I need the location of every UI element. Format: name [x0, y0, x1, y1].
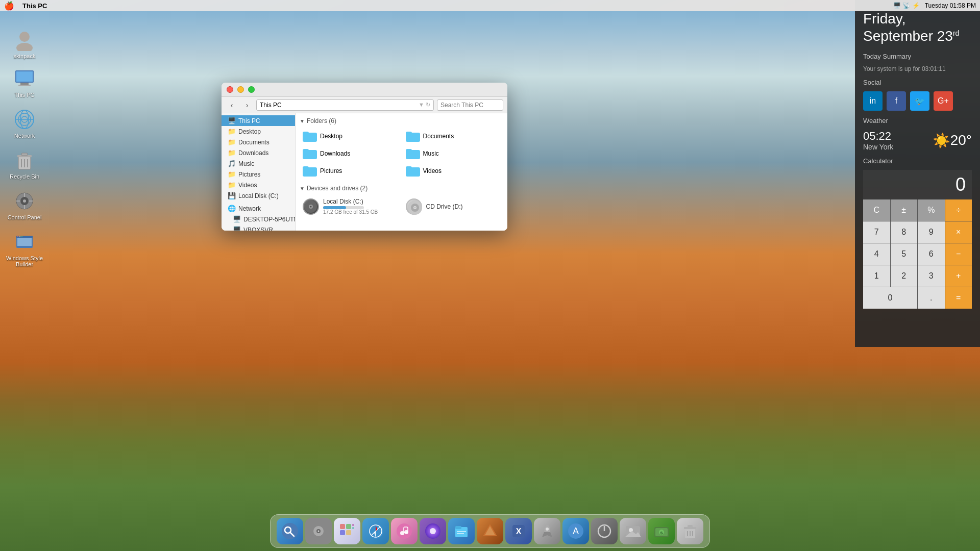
svg-point-29 — [21, 236, 22, 237]
folder-music[interactable]: Music — [403, 146, 504, 161]
calc-dot-button[interactable]: . — [918, 287, 945, 309]
calc-3-button[interactable]: 3 — [918, 265, 945, 287]
calc-divide-button[interactable]: ÷ — [945, 199, 972, 221]
folder-desktop[interactable]: Desktop — [300, 129, 401, 144]
skinpack-label: skinpack — [14, 53, 36, 59]
folder-videos-icon — [406, 165, 420, 177]
calc-6-button[interactable]: 6 — [918, 243, 945, 265]
sidebar-item-localdisk[interactable]: 💾 Local Disk (C:) — [222, 190, 295, 201]
folder-videos[interactable]: Videos — [403, 163, 504, 179]
videos-sidebar-icon: 📁 — [228, 181, 236, 189]
folder-documents-icon — [406, 131, 420, 142]
sidebar-music-label: Music — [238, 160, 254, 167]
dock-itunes[interactable] — [391, 518, 418, 544]
sidebar-item-network[interactable]: 🌐 Network — [222, 203, 295, 214]
music-sidebar-icon: 🎵 — [228, 160, 236, 167]
folder-pictures[interactable]: Pictures — [300, 163, 401, 179]
calc-clear-button[interactable]: C — [863, 199, 890, 221]
desktop-icon-wsb[interactable]: Windows Style Builder — [4, 230, 45, 267]
address-bar[interactable]: This PC ▼ ↻ — [256, 99, 434, 111]
sidebar-item-thispc[interactable]: 🖥️ This PC — [222, 115, 295, 126]
sidebar-desktop-label: Desktop — [238, 128, 261, 135]
sidebar-item-vboxsvr[interactable]: 🖥️ VBOXSVR — [222, 224, 295, 231]
explorer-titlebar — [222, 83, 507, 97]
calc-minus-button[interactable]: − — [945, 243, 972, 265]
facebook-button[interactable]: f — [887, 91, 906, 111]
nav-forward-button[interactable]: › — [241, 99, 253, 111]
folder-pictures-icon — [303, 165, 317, 177]
svg-text:A: A — [573, 526, 579, 536]
sidebar-item-videos[interactable]: 📁 Videos — [222, 180, 295, 190]
sidebar-item-desktop[interactable]: 📁 Desktop — [222, 126, 295, 137]
dock-photos[interactable] — [620, 518, 646, 544]
linkedin-button[interactable]: in — [863, 91, 883, 111]
wsb-label: Windows Style Builder — [4, 255, 45, 267]
sidebar-vboxsvr-label: VBOXSVR — [243, 227, 273, 231]
calc-4-button[interactable]: 4 — [863, 243, 890, 265]
twitter-button[interactable]: 🐦 — [910, 91, 929, 111]
dock-system-prefs[interactable] — [305, 518, 332, 544]
dock-macos[interactable] — [477, 518, 503, 544]
desktop-icon-recycle-bin[interactable]: Recycle Bin — [4, 148, 45, 180]
sidebar-documents-label: Documents — [238, 139, 270, 146]
desktop-icon-network[interactable]: Network — [4, 107, 45, 139]
desktop-sidebar-icon: 📁 — [228, 128, 236, 135]
calc-1-button[interactable]: 1 — [863, 265, 890, 287]
desktop-icon-thispc[interactable]: This PC — [4, 66, 45, 98]
dock-siri[interactable] — [420, 518, 446, 544]
window-minimize-button[interactable] — [237, 86, 244, 93]
calc-plus-button[interactable]: + — [945, 265, 972, 287]
window-maximize-button[interactable] — [248, 86, 255, 93]
sidebar-item-pictures[interactable]: 📁 Pictures — [222, 169, 295, 180]
desktop-icon-skinpack[interactable]: skinpack — [4, 28, 45, 59]
search-input[interactable] — [437, 99, 503, 111]
calc-8-button[interactable]: 8 — [891, 221, 918, 243]
dock-files[interactable] — [448, 518, 475, 544]
dock-launchpad[interactable] — [334, 518, 360, 544]
calc-plus-minus-button[interactable]: ± — [891, 199, 918, 221]
calc-5-button[interactable]: 5 — [891, 243, 918, 265]
drive-cd-d[interactable]: CD Drive (D:) — [403, 196, 504, 217]
calc-9-button[interactable]: 9 — [918, 221, 945, 243]
calc-0-button[interactable]: 0 — [863, 287, 917, 309]
folder-documents[interactable]: Documents — [403, 129, 504, 144]
drive-local-c[interactable]: Local Disk (C:) 17.2 GB free of 31.5 GB — [300, 196, 401, 217]
svg-point-28 — [19, 236, 20, 237]
dock-power[interactable] — [591, 518, 618, 544]
uptime-text: Your system is up for 03:01:11 — [863, 65, 972, 72]
sidebar-item-music[interactable]: 🎵 Music — [222, 158, 295, 169]
dock-safari[interactable] — [362, 518, 389, 544]
calc-7-button[interactable]: 7 — [863, 221, 890, 243]
sidebar-localdisk-label: Local Disk (C:) — [238, 192, 279, 199]
sidebar-item-documents[interactable]: 📁 Documents — [222, 137, 295, 147]
desktop-icon-control-panel[interactable]: Control Panel — [4, 189, 45, 220]
folder-music-label: Music — [423, 150, 439, 157]
nav-back-button[interactable]: ‹ — [226, 99, 238, 111]
svg-rect-44 — [346, 524, 351, 529]
folder-downloads-icon — [303, 148, 317, 159]
dock-rocket[interactable] — [534, 518, 560, 544]
sidebar-item-downloads[interactable]: 📁 Downloads — [222, 147, 295, 158]
menubar-app-title[interactable]: This PC — [22, 2, 47, 10]
calc-2-button[interactable]: 2 — [891, 265, 918, 287]
dock-app-store[interactable]: A — [562, 518, 589, 544]
calculator-title: Calculator — [863, 157, 972, 165]
sidebar-item-desktop5p6[interactable]: 🖥️ DESKTOP-5P6UTM4 — [222, 214, 295, 224]
dock-finder[interactable] — [277, 518, 303, 544]
dock-trash[interactable] — [677, 518, 703, 544]
dock-money[interactable]: $ — [648, 518, 675, 544]
weather-row: 05:22 New York ☀️ 20° — [863, 130, 972, 151]
calc-multiply-button[interactable]: × — [945, 221, 972, 243]
drive-c-info: Local Disk (C:) 17.2 GB free of 31.5 GB — [323, 198, 378, 215]
folders-header-text: Folders (6) — [307, 117, 336, 124]
folder-downloads[interactable]: Downloads — [300, 146, 401, 161]
calc-percent-button[interactable]: % — [918, 199, 945, 221]
folder-desktop-label: Desktop — [320, 133, 342, 140]
apple-menu[interactable]: 🍎 — [4, 1, 14, 11]
google-button[interactable]: G+ — [934, 91, 953, 111]
date-display: Friday, September 23rd — [863, 10, 972, 44]
dock-xcode[interactable]: X — [505, 518, 532, 544]
window-close-button[interactable] — [227, 86, 233, 93]
drives-header-text: Devices and drives (2) — [307, 185, 368, 192]
calc-equals-button[interactable]: = — [945, 287, 972, 309]
